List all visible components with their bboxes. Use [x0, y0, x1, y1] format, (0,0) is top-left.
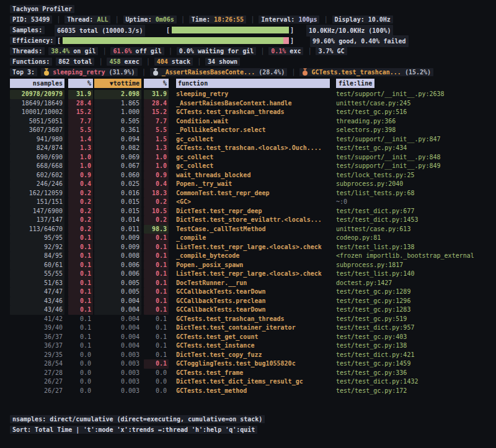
- table-row[interactable]: 246/2460.40.0250.4Popen._try_waitsubproc…: [10, 180, 486, 189]
- table-row[interactable]: 602/6020.90.0600.9wait_threads_blockedte…: [10, 171, 486, 180]
- pct-cumulative-cell: 0.0: [144, 377, 169, 387]
- pct-cumulative-cell: 7.7: [144, 117, 169, 126]
- file-line-header-label: file:line: [336, 79, 374, 88]
- table-row[interactable]: 20978/2097931.92.09831.9sleeping_retryte…: [10, 90, 486, 99]
- pct-cumulative-cell: 1.0: [144, 162, 169, 171]
- pct-direct-cell: 0.9: [68, 171, 93, 180]
- pct-direct-cell: 0.1: [68, 305, 93, 315]
- efficiency-line: Efficiency: [ ] 99.60% good, 0.40% faile…: [10, 35, 486, 46]
- column-header-pct-cumulative[interactable]: %: [141, 79, 169, 89]
- function-cell: GCTests.test_trashcan_threads: [169, 315, 330, 324]
- table-row[interactable]: 84/950.10.0080.1_compile_bytecode<frozen…: [10, 252, 486, 261]
- table-row[interactable]: 47/470.10.0050.1GCCallbackTests.tearDown…: [10, 288, 486, 297]
- table-row[interactable]: 26/270.00.0030.0DictTest.test_dict_items…: [10, 377, 486, 387]
- nsamples-cell: 690/690: [10, 153, 64, 162]
- table-row[interactable]: 43/460.10.0040.1GCCallbackTests.tearDown…: [10, 305, 486, 315]
- table-row[interactable]: 28/540.00.0030.1GCTogglingTests.test_bug…: [10, 359, 486, 369]
- pct-direct-cell: 31.9: [68, 90, 93, 99]
- pct-direct-cell: 0.0: [68, 369, 93, 378]
- nsamples-header-label: nsamples: [10, 79, 64, 88]
- table-row[interactable]: 95/950.10.0090.1_compilecodeop.py:81: [10, 234, 486, 243]
- table-row[interactable]: 26/270.00.0030.0GCTests.test_methodtest/…: [10, 387, 486, 396]
- nsamples-cell: 51/63: [10, 279, 64, 288]
- file-line-cell: subprocess.py:2040: [330, 180, 486, 189]
- file-line-cell: unittest/case.py:245: [330, 99, 486, 108]
- nsamples-cell: 246/246: [10, 180, 64, 189]
- footer-sort-help: Sort: Total Time | 't':mode 'x':trends ↔…: [10, 426, 257, 434]
- file-line-cell: ~:0: [330, 198, 486, 207]
- function-cell: DictTest.test_dict_items_result_gc: [169, 377, 330, 387]
- table-row[interactable]: 113/646700.20.01198.3TestCase._callTestM…: [10, 225, 486, 234]
- nsamples-cell: 602/602: [10, 171, 64, 180]
- table-row[interactable]: 824/8741.30.0821.3GCTests.test_trashcan.…: [10, 144, 486, 153]
- column-header-nsamples[interactable]: nsamples: [10, 79, 64, 89]
- pct-direct-cell: 0.0: [68, 351, 93, 360]
- tottime-cell: 0.003: [94, 351, 141, 360]
- display-value: 10.0Hz: [368, 16, 391, 23]
- tottime-cell: 1.000: [94, 108, 141, 117]
- column-header-pct-direct[interactable]: %: [64, 79, 93, 89]
- table-row[interactable]: 36/370.10.0040.1GCTests.test_instancetes…: [10, 341, 486, 351]
- threads-item-exc: 0.1% exc: [268, 47, 303, 55]
- tottime-cell: 0.009: [94, 243, 141, 252]
- nsamples-cell: 36/37: [10, 341, 64, 351]
- table-row[interactable]: 10001/1000215.21.00015.2GCTests.test_tra…: [10, 108, 486, 117]
- status-bar: PID: 53499│Thread: ALL│Uptime: 0m06s│Tim…: [10, 14, 486, 25]
- table-row[interactable]: 162/120590.20.01618.3CommonTest.test_rep…: [10, 189, 486, 198]
- pct-direct-cell: 0.4: [68, 180, 93, 189]
- column-header-tottime[interactable]: ▼tottime: [93, 79, 141, 89]
- file-line-cell: test/test_dict.py:1453: [330, 216, 486, 225]
- table-row[interactable]: 668/6681.00.0671.0gc_collecttest/support…: [10, 162, 486, 171]
- table-row[interactable]: 92/920.10.0090.1ListTest.test_repr_large…: [10, 243, 486, 252]
- table-row[interactable]: 29/350.00.0030.1DictTest.test_copy_fuzzt…: [10, 351, 486, 360]
- nsamples-cell: 137/147: [10, 216, 64, 225]
- exec-value: 458: [109, 58, 124, 65]
- table-row[interactable]: 60/610.10.0060.1Popen._posix_spawnsubpro…: [10, 261, 486, 270]
- tottime-cell: 0.008: [94, 252, 141, 261]
- table-row[interactable]: 137/1470.20.0140.2DictTest.test_store_ev…: [10, 216, 486, 225]
- samples-bar: [172, 27, 289, 33]
- column-header-function[interactable]: function: [169, 79, 330, 89]
- table-row[interactable]: 18649/1864928.41.86528.4_AssertRaisesBas…: [10, 99, 486, 108]
- top3-line: Top 3: sleeping_retry (31.9%)│_AssertRai…: [10, 67, 486, 77]
- table-row[interactable]: 39/400.10.0040.1DictTest.test_container_…: [10, 323, 486, 333]
- nsamples-cell: 5051/5051: [10, 117, 64, 126]
- bronze-medal-icon: [303, 68, 308, 76]
- tottime-cell: 0.060: [94, 171, 141, 180]
- tottime-cell: 0.003: [94, 387, 141, 396]
- table-row[interactable]: 690/6901.00.0691.0gc_collecttest/support…: [10, 153, 486, 162]
- table-row[interactable]: 941/9801.40.0941.5gc_collecttest/support…: [10, 135, 486, 144]
- uptime-value: 0m06s: [156, 16, 174, 23]
- pct-cumulative-cell: 0.1: [144, 297, 169, 306]
- pct-cumulative-cell: 1.5: [144, 135, 169, 144]
- table-row[interactable]: 55/550.10.0060.1ListTest.test_repr_large…: [10, 270, 486, 279]
- file-line-cell: test/support/__init__.py:849: [330, 162, 486, 171]
- table-row[interactable]: 27/280.00.0030.0GCTests.test_frametest/t…: [10, 369, 486, 378]
- pct-cumulative-cell: 0.4: [144, 180, 169, 189]
- efficiency-bar-open-bracket: [: [57, 35, 61, 46]
- table-row[interactable]: 147/69000.20.01510.5DictTest.test_repr_d…: [10, 207, 486, 216]
- table-row[interactable]: 41/420.10.0040.1GCTests.test_trashcan_th…: [10, 315, 486, 324]
- samples-line: Samples: 66035 total (10000.3/s) [ ] 10.…: [10, 25, 486, 35]
- table-row[interactable]: 51/630.10.0050.1DocTestRunner.__rundocte…: [10, 279, 486, 288]
- field-separator: │: [250, 16, 254, 23]
- table-header: nsamples%▼tottime%functionfile:line: [10, 79, 486, 89]
- table-row[interactable]: 5051/50517.70.5057.7Condition.waitthread…: [10, 117, 486, 126]
- nsamples-cell: 26/27: [10, 387, 64, 396]
- profiler-screen: Tachyon Profiler PID: 53499│Thread: ALL│…: [0, 0, 496, 448]
- metric-separator: │: [169, 48, 172, 55]
- function-cell: DictTest.test_container_iterator: [169, 323, 330, 333]
- table-row[interactable]: 3607/36075.50.3615.5_PollLikeSelector.se…: [10, 126, 486, 135]
- top3-percent: (31.9%): [108, 69, 135, 76]
- table-row[interactable]: 36/370.10.0040.1GCTests.test_get_countte…: [10, 333, 486, 342]
- tottime-cell: 2.098: [94, 90, 141, 99]
- function-cell: GCCallbackTests.tearDown: [169, 305, 330, 315]
- interval-label: Interval:: [261, 16, 298, 23]
- tottime-cell: 0.006: [94, 270, 141, 279]
- nsamples-cell: 29/35: [10, 351, 64, 360]
- table-row[interactable]: 151/1510.20.0150.2<GC>~:0: [10, 198, 486, 207]
- functions-item-exec: 458 exec: [107, 58, 141, 66]
- table-row[interactable]: 43/460.10.0040.1GCCallbackTests.preclean…: [10, 297, 486, 306]
- column-header-file-line[interactable]: file:line: [330, 79, 486, 89]
- nsamples-cell: 113/64670: [10, 225, 64, 234]
